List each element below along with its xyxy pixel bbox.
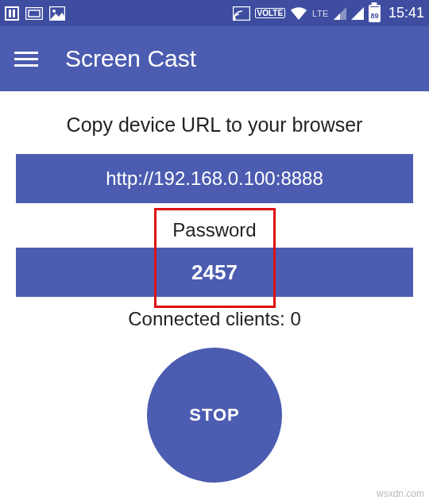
signal-2-icon	[351, 7, 364, 20]
volte-icon: VOLTE	[255, 8, 286, 18]
device-url-text: http://192.168.0.100:8888	[106, 167, 323, 190]
password-label: Password	[172, 219, 256, 241]
svg-point-5	[52, 10, 56, 13]
wifi-icon	[290, 6, 307, 21]
main-content: Copy device URL to your browser http://1…	[0, 91, 429, 483]
svg-rect-3	[29, 10, 40, 17]
password-value: 2457	[191, 260, 238, 285]
status-bar: VOLTE LTE 89 15:41	[0, 0, 429, 26]
network-type-label: LTE	[312, 9, 329, 18]
battery-icon: 89	[369, 5, 381, 22]
instruction-text: Copy device URL to your browser	[67, 113, 363, 137]
cast-icon	[233, 6, 250, 21]
stop-button-label: STOP	[189, 405, 240, 425]
svg-rect-0	[9, 10, 11, 17]
pause-icon	[5, 6, 19, 21]
image-icon	[49, 6, 65, 21]
app-title: Screen Cast	[65, 45, 196, 72]
watermark-text: wsxdn.com	[377, 488, 424, 499]
device-url-box[interactable]: http://192.168.0.100:8888	[16, 154, 413, 203]
screenshot-icon	[25, 7, 43, 20]
signal-1-icon	[334, 7, 346, 20]
connected-clients-text: Connected clients: 0	[128, 308, 300, 330]
stop-button[interactable]: STOP	[147, 348, 282, 483]
clock: 15:41	[388, 5, 424, 21]
menu-icon[interactable]	[14, 52, 41, 67]
password-box[interactable]: 2457	[16, 248, 413, 297]
svg-point-7	[234, 17, 236, 20]
app-bar: Screen Cast	[0, 26, 429, 91]
battery-percent: 89	[370, 12, 379, 20]
svg-rect-1	[13, 10, 15, 17]
